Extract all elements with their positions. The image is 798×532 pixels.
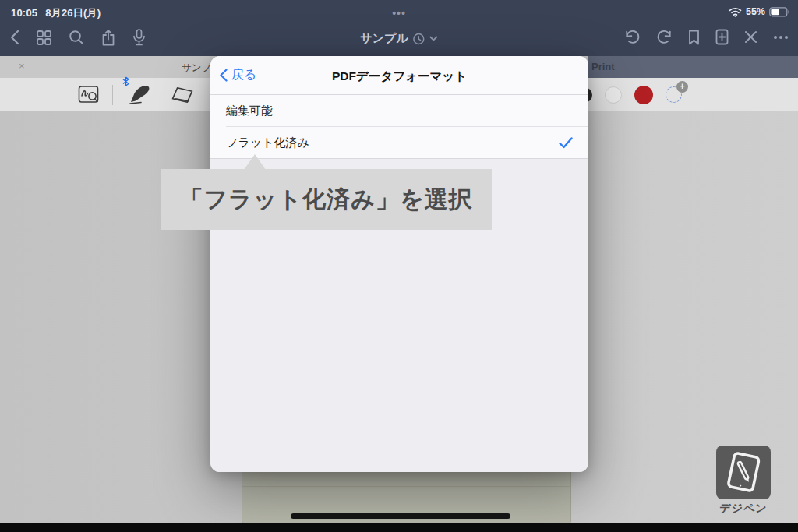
document-title-group[interactable]: サンプル (360, 31, 437, 46)
watermark-logo (716, 446, 771, 499)
watermark: デジペン (716, 446, 771, 516)
plus-badge-icon: + (676, 81, 688, 93)
zoom-window-tool-icon[interactable] (78, 85, 100, 104)
checkmark-icon (559, 137, 573, 149)
document-title: サンプル (360, 31, 408, 46)
callout-arrow (244, 154, 266, 170)
undo-icon[interactable] (624, 30, 641, 44)
chevron-down-icon (430, 36, 438, 41)
multitask-indicator-icon[interactable]: ••• (392, 7, 406, 19)
option-editable[interactable]: 編集可能 (210, 95, 588, 127)
app-chrome: 10:058月26日(月) ••• 55% (0, 0, 798, 56)
toolbar-divider (112, 85, 113, 105)
print-label: Print (591, 61, 615, 72)
tablet-pencil-icon (722, 451, 764, 495)
close-icon[interactable] (744, 30, 757, 44)
more-options-icon[interactable] (773, 35, 789, 40)
home-indicator-bar (291, 513, 510, 519)
pen-tool-icon[interactable] (125, 83, 157, 107)
add-page-icon[interactable] (715, 29, 729, 45)
color-white-swatch[interactable] (605, 86, 622, 104)
watermark-label: デジペン (716, 502, 771, 516)
status-time-date: 10:058月26日(月) (11, 6, 101, 20)
status-bar: 10:058月26日(月) ••• 55% (0, 0, 798, 23)
clock-label: 10:05 (11, 7, 37, 19)
eraser-tool-icon[interactable] (169, 84, 196, 106)
redo-icon[interactable] (656, 30, 673, 44)
microphone-icon[interactable] (132, 29, 146, 46)
annotation-callout: 「フラット化済み」を選択 (161, 169, 492, 230)
share-icon[interactable] (101, 30, 115, 46)
navbar-left (9, 29, 146, 46)
dialog-title: PDFデータフォーマット (210, 69, 588, 85)
option-label: 編集可能 (226, 104, 273, 118)
sheet-divider (242, 486, 570, 487)
screen: 10:058月26日(月) ••• 55% (0, 0, 798, 532)
tab-close-icon[interactable]: × (19, 61, 25, 71)
search-icon[interactable] (69, 30, 84, 45)
add-color-button[interactable]: + (666, 86, 682, 103)
bluetooth-icon (122, 76, 129, 86)
pdf-format-dialog: 戻る PDFデータフォーマット 編集可能 フラット化済み (210, 56, 588, 472)
document-status-icon (413, 33, 425, 45)
callout-text: 「フラット化済み」を選択 (179, 184, 472, 216)
date-label: 8月26日(月) (45, 7, 101, 19)
dialog-header: 戻る PDFデータフォーマット (210, 56, 588, 95)
navbar-right (624, 29, 789, 45)
color-swatches: + (577, 78, 682, 111)
status-right: 55% (729, 6, 790, 17)
navbar: サンプル (0, 23, 798, 56)
battery-percent-label: 55% (746, 6, 765, 17)
thumbnails-grid-icon[interactable] (37, 30, 51, 45)
print-option-row[interactable]: Print (588, 56, 798, 78)
color-red-swatch[interactable] (634, 86, 653, 104)
option-flattened[interactable]: フラット化済み (210, 127, 588, 159)
wifi-icon (729, 7, 742, 17)
back-icon[interactable] (9, 30, 19, 45)
bookmark-icon[interactable] (688, 30, 700, 45)
battery-icon (769, 7, 790, 17)
screen-bottom-edge (0, 523, 798, 532)
option-label: フラット化済み (226, 136, 309, 150)
